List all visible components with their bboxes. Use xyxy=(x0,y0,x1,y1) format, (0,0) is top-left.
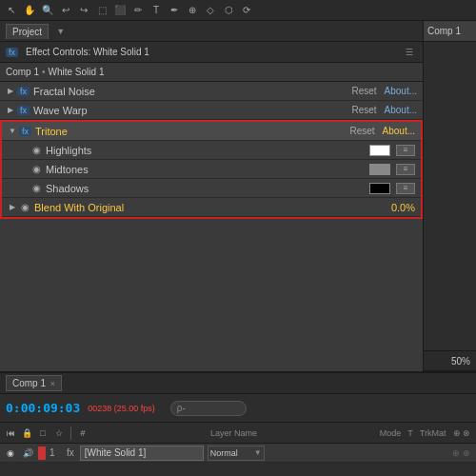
expand-arrow-wave[interactable] xyxy=(6,106,15,115)
ctrl-icon-1[interactable]: ⏮ xyxy=(4,426,17,440)
right-panel-content xyxy=(424,42,476,350)
mode-dropdown-arrow[interactable]: ▼ xyxy=(254,448,262,457)
tritone-header-row[interactable]: fx Tritone Reset About... xyxy=(2,122,421,141)
fx-badge-fractal: fx xyxy=(17,87,30,96)
zoom-bar: 50% xyxy=(424,350,476,371)
effect-row-fractal-noise[interactable]: fx Fractal Noise Reset About... xyxy=(0,82,423,101)
shape-icon[interactable]: ◇ xyxy=(203,3,218,18)
search-placeholder: ρ- xyxy=(177,403,186,413)
toolbar-icons: ↖ ✋ 🔍 ↩ ↪ ⬚ ⬛ ✏ T ✒ ⊕ ◇ ⬡ ⟳ xyxy=(4,3,254,18)
text-icon[interactable]: T xyxy=(149,3,164,18)
rect-icon[interactable]: ⬚ xyxy=(94,3,109,18)
search-box[interactable]: ρ- xyxy=(170,401,247,416)
timeline-header: Comp 1 × xyxy=(0,373,476,394)
effect-name-wave: Wave Warp xyxy=(33,105,351,116)
reset-fractal[interactable]: Reset xyxy=(351,86,376,96)
top-toolbar: ↖ ✋ 🔍 ↩ ↪ ⬚ ⬛ ✏ T ✒ ⊕ ◇ ⬡ ⟳ xyxy=(0,0,476,21)
layer-effects-icon[interactable]: fx xyxy=(67,447,74,458)
effect-controls-header: fx Effect Controls: White Solid 1 ☰ xyxy=(0,42,423,63)
tritone-section: fx Tritone Reset About... ◉ Highlights ◉ xyxy=(0,120,423,219)
expand-arrow-tritone[interactable] xyxy=(8,127,17,136)
ctrl-sep-1 xyxy=(70,426,71,440)
redo-icon[interactable]: ↪ xyxy=(76,3,91,18)
fx-badge-wave: fx xyxy=(17,106,30,115)
effects-list: fx Fractal Noise Reset About... fx Wave … xyxy=(0,82,423,219)
tritone-child-midtones[interactable]: ◉ Midtones xyxy=(2,160,421,179)
layer-number: 1 xyxy=(50,447,63,458)
breadcrumb: Comp 1 • White Solid 1 xyxy=(0,63,423,82)
stopwatch-highlights-icon[interactable]: ◉ xyxy=(30,145,42,156)
layer-extra-icons: ⊕ ⊗ xyxy=(450,448,472,458)
about-wave[interactable]: About... xyxy=(385,105,417,115)
highlights-label: Highlights xyxy=(46,145,369,156)
brush-icon[interactable]: ✒ xyxy=(167,3,182,18)
mode-label: Normal xyxy=(210,448,238,458)
shadows-label: Shadows xyxy=(46,183,369,194)
reset-wave[interactable]: Reset xyxy=(351,105,376,115)
t-label-col: T xyxy=(406,428,415,438)
about-tritone[interactable]: About... xyxy=(383,126,415,136)
layer-name: [White Solid 1] xyxy=(85,447,146,458)
expand-arrow-blend[interactable] xyxy=(8,203,17,212)
project-tab[interactable]: Project xyxy=(6,24,49,39)
fps-info: 00238 (25.00 fps) xyxy=(88,404,155,413)
main-layout: Project ▼ fx Effect Controls: White Soli… xyxy=(0,21,476,371)
stopwatch-blend-icon[interactable]: ◉ xyxy=(19,202,30,213)
breadcrumb-layer: White Solid 1 xyxy=(49,67,105,77)
shadows-swatch-menu[interactable] xyxy=(396,183,415,194)
panel-header: Project ▼ xyxy=(0,21,423,42)
highlights-swatch-menu[interactable] xyxy=(396,145,415,156)
hex-icon[interactable]: ⬡ xyxy=(221,3,236,18)
effect-row-wave-warp[interactable]: fx Wave Warp Reset About... xyxy=(0,101,423,120)
arrow-icon[interactable]: ↖ xyxy=(4,3,19,18)
breadcrumb-separator: • xyxy=(42,67,46,77)
add-icon[interactable]: ⊕ xyxy=(185,3,200,18)
zoom-icon[interactable]: 🔍 xyxy=(40,3,55,18)
layer-name-box[interactable]: [White Solid 1] xyxy=(80,446,204,461)
highlights-swatch[interactable] xyxy=(369,145,390,156)
rotate-icon[interactable]: ⟳ xyxy=(239,3,254,18)
hand-icon[interactable]: ✋ xyxy=(22,3,37,18)
stopwatch-midtones-icon[interactable]: ◉ xyxy=(30,164,42,175)
ctrl-icon-5[interactable]: # xyxy=(76,426,89,440)
panel-menu-icon[interactable]: ☰ xyxy=(406,48,413,57)
blend-label: Blend With Original xyxy=(34,202,391,213)
blend-value[interactable]: 0.0% xyxy=(391,202,415,213)
tritone-child-highlights[interactable]: ◉ Highlights xyxy=(2,141,421,160)
timeline-comp-tab[interactable]: Comp 1 × xyxy=(6,375,62,391)
ctrl-icon-4[interactable]: ☆ xyxy=(52,426,66,440)
right-panel: Comp 1 50% xyxy=(424,21,476,371)
timecode[interactable]: 0:00:09:03 xyxy=(6,401,80,415)
undo-icon[interactable]: ↩ xyxy=(58,3,73,18)
trkmat-label-col: TrkMat xyxy=(418,428,448,438)
layer-audio-icon[interactable]: 🔊 xyxy=(21,446,34,460)
reset-tritone[interactable]: Reset xyxy=(349,126,374,136)
mode-select[interactable]: Normal ▼ xyxy=(208,446,265,461)
tritone-child-shadows[interactable]: ◉ Shadows xyxy=(2,179,421,198)
ctrl-icon-2[interactable]: 🔒 xyxy=(20,426,33,440)
layer-label-col: Layer Name xyxy=(207,428,261,438)
timeline-section: Comp 1 × 0:00:09:03 00238 (25.00 fps) ρ-… xyxy=(0,371,476,476)
layer-color-swatch[interactable] xyxy=(38,446,46,460)
timecode-bar: 0:00:09:03 00238 (25.00 fps) ρ- xyxy=(0,394,476,423)
expand-arrow-fractal[interactable] xyxy=(6,87,15,96)
comp1-tab[interactable]: Comp 1 xyxy=(424,21,476,42)
about-fractal[interactable]: About... xyxy=(385,86,417,96)
ctrl-icon-3[interactable]: □ xyxy=(36,426,50,440)
shadows-swatch[interactable] xyxy=(369,183,390,194)
layer-row: ◉ 🔊 1 fx [White Solid 1] Normal ▼ ⊕ ⊗ xyxy=(0,444,476,463)
stopwatch-shadows-icon[interactable]: ◉ xyxy=(30,183,42,194)
effect-name-fractal: Fractal Noise xyxy=(33,86,351,97)
breadcrumb-comp[interactable]: Comp 1 xyxy=(6,67,39,77)
zoom-value[interactable]: 50% xyxy=(451,356,470,367)
fill-icon[interactable]: ⬛ xyxy=(112,3,128,18)
extra-cols: ⊕ ⊗ xyxy=(451,428,473,438)
midtones-swatch-menu[interactable] xyxy=(396,164,415,175)
left-panel: Project ▼ fx Effect Controls: White Soli… xyxy=(0,21,424,371)
pen-icon[interactable]: ✏ xyxy=(130,3,146,18)
layer-visible-icon[interactable]: ◉ xyxy=(4,446,17,460)
midtones-swatch[interactable] xyxy=(369,164,390,175)
effect-controls-label: Effect Controls: White Solid 1 xyxy=(26,47,402,57)
tritone-blend-row[interactable]: ◉ Blend With Original 0.0% xyxy=(2,198,421,217)
timeline-tab-close[interactable]: × xyxy=(50,379,55,388)
